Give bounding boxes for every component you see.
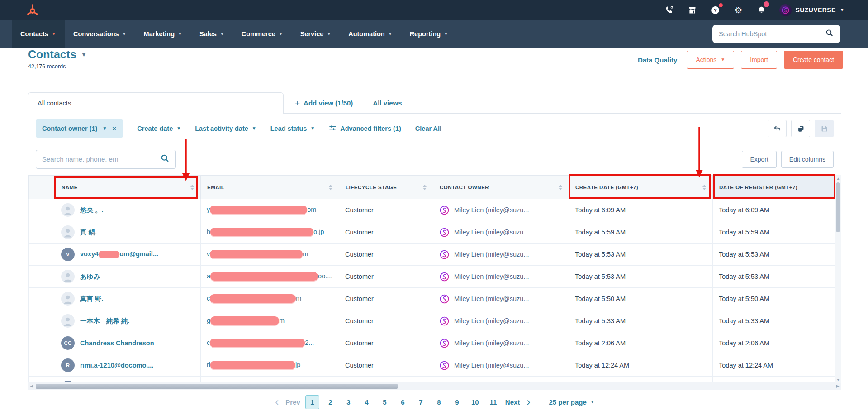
- contact-name-link[interactable]: 悠央 。.: [80, 206, 104, 215]
- scroll-down-icon[interactable]: ▼: [835, 377, 841, 383]
- email-link[interactable]: yom: [207, 206, 316, 213]
- sort-icon[interactable]: [329, 185, 332, 190]
- contact-name-link[interactable]: 一本木 純希 純.: [80, 317, 130, 325]
- call-icon[interactable]: [664, 5, 675, 15]
- nav-item-sales[interactable]: Sales ▼: [191, 20, 233, 48]
- account-menu[interactable]: SUZUVERSE ▼: [779, 4, 845, 16]
- chevron-down-icon[interactable]: ▼: [81, 51, 87, 58]
- row-checkbox[interactable]: [38, 361, 38, 369]
- global-search[interactable]: [712, 25, 840, 43]
- contact-name-link[interactable]: 真 鍋.: [80, 228, 97, 237]
- page-number-10[interactable]: 10: [468, 395, 482, 409]
- contact-row[interactable]: CCChandreas Chandreson c2... Customer Mi…: [29, 332, 836, 354]
- row-checkbox[interactable]: [38, 250, 38, 258]
- column-header-contact-owner[interactable]: CONTACT OWNER: [433, 176, 569, 199]
- filter-create-date[interactable]: Create date▼: [137, 125, 181, 132]
- import-button[interactable]: Import: [741, 51, 777, 69]
- clear-all-filters-link[interactable]: Clear All: [415, 125, 441, 132]
- all-views-link[interactable]: All views: [373, 99, 402, 107]
- vertical-scrollbar[interactable]: ▲ ▼: [835, 175, 841, 383]
- page-number-2[interactable]: 2: [323, 395, 337, 409]
- prev-page-chevron-icon[interactable]: ‹: [273, 397, 280, 407]
- prev-page-button[interactable]: Prev: [285, 398, 301, 406]
- page-number-8[interactable]: 8: [432, 395, 446, 409]
- column-header-lifecycle-stage[interactable]: LIFECYCLE STAGE: [339, 176, 433, 199]
- search-icon[interactable]: [825, 29, 834, 39]
- page-number-11[interactable]: 11: [486, 395, 500, 409]
- column-header-email[interactable]: EMAIL: [201, 176, 339, 199]
- sort-icon[interactable]: [190, 185, 194, 190]
- scroll-right-icon[interactable]: ▶: [835, 384, 841, 388]
- notifications-bell-icon[interactable]: [756, 5, 767, 15]
- row-checkbox[interactable]: [38, 206, 38, 214]
- horizontal-scrollbar[interactable]: ◀ ▶: [28, 382, 841, 390]
- row-checkbox[interactable]: [38, 339, 38, 347]
- per-page-selector[interactable]: 25 per page▼: [549, 398, 594, 406]
- settings-gear-icon[interactable]: ⚙: [733, 5, 744, 15]
- scroll-left-icon[interactable]: ◀: [28, 384, 35, 388]
- filter-lead-status[interactable]: Lead status▼: [270, 125, 315, 132]
- contact-name-link[interactable]: Chandreas Chandreson: [80, 339, 154, 347]
- sort-icon[interactable]: [702, 185, 706, 190]
- export-button[interactable]: Export: [742, 151, 776, 168]
- column-header-date-of-register-gmt-7-[interactable]: DATE OF REGISTER (GMT+7): [713, 176, 836, 199]
- contact-name-link[interactable]: rimi.a-1210@docomo....: [80, 362, 153, 369]
- page-number-9[interactable]: 9: [450, 395, 464, 409]
- email-link[interactable]: aoo....: [207, 272, 332, 280]
- contact-row[interactable]: 真 鍋. ho.jp Customer Miley Lien (miley@su…: [29, 221, 836, 244]
- scroll-up-icon[interactable]: ▲: [835, 175, 841, 182]
- data-quality-link[interactable]: Data Quality: [638, 56, 678, 64]
- page-number-3[interactable]: 3: [342, 395, 356, 409]
- contact-row[interactable]: あゆみ aoo.... Customer Miley Lien (miley@s…: [29, 266, 836, 288]
- table-search-input[interactable]: [42, 155, 160, 163]
- vertical-scroll-thumb[interactable]: [836, 182, 840, 232]
- global-search-input[interactable]: [719, 30, 825, 38]
- advanced-filters-button[interactable]: Advanced filters (1): [329, 124, 401, 133]
- help-icon[interactable]: ?: [710, 5, 721, 15]
- save-view-button[interactable]: [815, 120, 834, 137]
- select-all-checkbox[interactable]: [38, 184, 38, 191]
- sort-icon[interactable]: [423, 185, 427, 190]
- row-checkbox[interactable]: [38, 228, 38, 236]
- sort-icon[interactable]: [559, 185, 562, 190]
- column-header-create-date-gmt-7-[interactable]: CREATE DATE (GMT+7): [569, 176, 713, 199]
- actions-button[interactable]: Actions▼: [687, 51, 734, 69]
- contact-row[interactable]: 悠央 。. yom Customer Miley Lien (miley@suz…: [29, 199, 836, 221]
- hubspot-logo-icon[interactable]: [25, 3, 39, 17]
- nav-item-contacts[interactable]: Contacts ▼: [12, 20, 65, 48]
- page-title[interactable]: Contacts: [28, 48, 76, 61]
- contact-row[interactable]: 真言 野. cm Customer Miley Lien (miley@suzu…: [29, 288, 836, 310]
- copy-view-button[interactable]: [791, 120, 810, 137]
- contact-name-link[interactable]: 真言 野.: [80, 295, 104, 303]
- page-number-5[interactable]: 5: [378, 395, 392, 409]
- undo-button[interactable]: [768, 120, 787, 137]
- horizontal-scroll-thumb[interactable]: [36, 384, 398, 389]
- contact-name-link[interactable]: あゆみ: [80, 272, 100, 281]
- contact-row[interactable]: Rrimi.a-1210@docomo.... rijp Customer Mi…: [29, 354, 836, 377]
- nav-item-commerce[interactable]: Commerce ▼: [233, 20, 292, 48]
- email-link[interactable]: cm: [207, 295, 301, 302]
- filter-contact-owner[interactable]: Contact owner (1)▼ ✕: [36, 119, 123, 138]
- email-link[interactable]: ho.jp: [207, 228, 324, 235]
- email-link[interactable]: gm: [207, 317, 285, 324]
- row-checkbox[interactable]: [38, 272, 38, 281]
- nav-item-service[interactable]: Service ▼: [292, 20, 340, 48]
- table-search[interactable]: [36, 150, 176, 169]
- page-number-6[interactable]: 6: [396, 395, 410, 409]
- email-link[interactable]: c2...: [207, 339, 314, 346]
- nav-item-conversations[interactable]: Conversations ▼: [65, 20, 135, 48]
- page-number-7[interactable]: 7: [414, 395, 428, 409]
- edit-columns-button[interactable]: Edit columns: [781, 151, 834, 168]
- contact-row[interactable]: 一本木 純希 純. gm Customer Miley Lien (miley@…: [29, 310, 836, 332]
- nav-item-automation[interactable]: Automation ▼: [340, 20, 401, 48]
- row-checkbox[interactable]: [38, 317, 38, 325]
- page-number-4[interactable]: 4: [360, 395, 374, 409]
- next-page-button[interactable]: Next: [504, 398, 521, 406]
- column-header-name[interactable]: NAME: [55, 176, 201, 199]
- row-checkbox[interactable]: [38, 295, 38, 303]
- contact-row[interactable]: Vvoxy4om@gmail... vm Customer Miley Lien…: [29, 244, 836, 266]
- remove-filter-icon[interactable]: ✕: [112, 125, 117, 132]
- nav-item-marketing[interactable]: Marketing ▼: [135, 20, 191, 48]
- tab-all-contacts[interactable]: All contacts: [28, 92, 284, 114]
- filter-last-activity-date[interactable]: Last activity date▼: [195, 125, 256, 132]
